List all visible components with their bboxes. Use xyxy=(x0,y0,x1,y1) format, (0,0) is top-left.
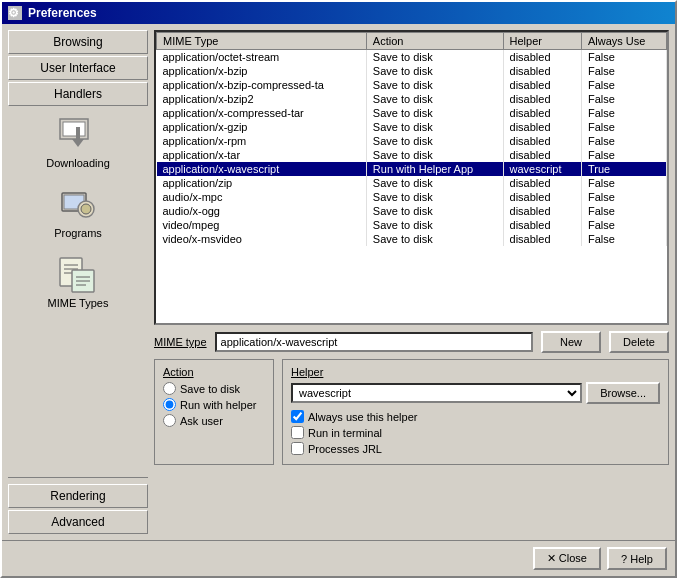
cell-always: False xyxy=(581,106,666,120)
processes-jrl-row: Processes JRL xyxy=(291,442,660,455)
cell-helper: disabled xyxy=(503,64,581,78)
cell-always: False xyxy=(581,204,666,218)
programs-icon xyxy=(54,185,102,225)
radio-save-to-disk-row: Save to disk xyxy=(163,382,265,395)
cell-helper: disabled xyxy=(503,78,581,92)
cell-always: False xyxy=(581,134,666,148)
sidebar-item-user-interface[interactable]: User Interface xyxy=(8,56,148,80)
helper-group-label: Helper xyxy=(291,366,660,378)
bottom-section: MIME type New Delete Action Save to disk xyxy=(154,331,669,465)
preferences-window: ⚙ Preferences Browsing User Interface Ha… xyxy=(0,0,677,578)
cell-action: Save to disk xyxy=(366,106,503,120)
cell-action: Save to disk xyxy=(366,78,503,92)
table-row[interactable]: application/x-bzip-compressed-taSave to … xyxy=(157,78,667,92)
footer: ✕ Close ? Help xyxy=(2,540,675,576)
mime-type-input[interactable] xyxy=(215,332,533,352)
helper-dropdown[interactable]: wavescript xyxy=(291,383,582,403)
table-row[interactable]: application/x-bzip2Save to diskdisabledF… xyxy=(157,92,667,106)
sidebar-item-advanced[interactable]: Advanced xyxy=(8,510,148,534)
cell-action: Save to disk xyxy=(366,134,503,148)
sidebar: Browsing User Interface Handlers Downloa… xyxy=(8,30,148,534)
cell-always: False xyxy=(581,148,666,162)
always-use-row: Always use this helper xyxy=(291,410,660,423)
cell-always: False xyxy=(581,176,666,190)
window-icon: ⚙ xyxy=(8,6,22,20)
always-use-checkbox[interactable] xyxy=(291,410,304,423)
cell-mime: video/x-msvideo xyxy=(157,232,367,246)
cell-action: Save to disk xyxy=(366,176,503,190)
mime-table-container[interactable]: MIME Type Action Helper Always Use appli… xyxy=(154,30,669,325)
cell-helper: disabled xyxy=(503,120,581,134)
table-row[interactable]: video/x-msvideoSave to diskdisabledFalse xyxy=(157,232,667,246)
col-always-use: Always Use xyxy=(581,33,666,50)
sidebar-item-handlers[interactable]: Handlers xyxy=(8,82,148,106)
new-button[interactable]: New xyxy=(541,331,601,353)
cell-mime: audio/x-ogg xyxy=(157,204,367,218)
helper-group: Helper wavescript Browse... Always use t… xyxy=(282,359,669,465)
cell-mime: application/zip xyxy=(157,176,367,190)
cell-action: Save to disk xyxy=(366,148,503,162)
title-bar: ⚙ Preferences xyxy=(2,2,675,24)
cell-mime: application/x-gzip xyxy=(157,120,367,134)
cell-action: Save to disk xyxy=(366,218,503,232)
table-row[interactable]: audio/x-oggSave to diskdisabledFalse xyxy=(157,204,667,218)
help-button[interactable]: ? Help xyxy=(607,547,667,570)
sidebar-item-mime-types[interactable]: MIME Types xyxy=(8,248,148,316)
cell-action: Save to disk xyxy=(366,92,503,106)
sidebar-item-downloading[interactable]: Downloading xyxy=(8,108,148,176)
table-row[interactable]: application/x-compressed-tarSave to disk… xyxy=(157,106,667,120)
svg-rect-1 xyxy=(63,122,85,136)
table-row[interactable]: application/x-gzipSave to diskdisabledFa… xyxy=(157,120,667,134)
cell-helper: wavescript xyxy=(503,162,581,176)
delete-button[interactable]: Delete xyxy=(609,331,669,353)
sidebar-item-programs[interactable]: Programs xyxy=(8,178,148,246)
cell-always: False xyxy=(581,92,666,106)
mime-type-label: MIME type xyxy=(154,336,207,348)
sidebar-item-browsing[interactable]: Browsing xyxy=(8,30,148,54)
table-row[interactable]: application/x-tarSave to diskdisabledFal… xyxy=(157,148,667,162)
save-to-disk-label: Save to disk xyxy=(180,383,240,395)
run-in-terminal-label: Run in terminal xyxy=(308,427,382,439)
table-row[interactable]: application/zipSave to diskdisabledFalse xyxy=(157,176,667,190)
cell-helper: disabled xyxy=(503,190,581,204)
radio-save-to-disk[interactable] xyxy=(163,382,176,395)
processes-jrl-label: Processes JRL xyxy=(308,443,382,455)
cell-mime: application/x-wavescript xyxy=(157,162,367,176)
cell-helper: disabled xyxy=(503,176,581,190)
cell-always: False xyxy=(581,64,666,78)
cell-action: Save to disk xyxy=(366,232,503,246)
radio-ask-user[interactable] xyxy=(163,414,176,427)
processes-jrl-checkbox[interactable] xyxy=(291,442,304,455)
browse-button[interactable]: Browse... xyxy=(586,382,660,404)
run-with-helper-label: Run with helper xyxy=(180,399,256,411)
cell-helper: disabled xyxy=(503,106,581,120)
cell-mime: application/x-bzip2 xyxy=(157,92,367,106)
close-button[interactable]: ✕ Close xyxy=(533,547,601,570)
main-panel: MIME Type Action Helper Always Use appli… xyxy=(154,30,669,534)
cell-helper: disabled xyxy=(503,218,581,232)
cell-helper: disabled xyxy=(503,232,581,246)
svg-rect-3 xyxy=(76,127,80,141)
cell-mime: video/mpeg xyxy=(157,218,367,232)
table-row[interactable]: application/x-bzipSave to diskdisabledFa… xyxy=(157,64,667,78)
run-in-terminal-row: Run in terminal xyxy=(291,426,660,439)
cell-always: False xyxy=(581,50,666,65)
table-row[interactable]: application/x-wavescriptRun with Helper … xyxy=(157,162,667,176)
radio-run-with-helper[interactable] xyxy=(163,398,176,411)
cell-helper: disabled xyxy=(503,134,581,148)
cell-helper: disabled xyxy=(503,204,581,218)
sidebar-item-rendering[interactable]: Rendering xyxy=(8,484,148,508)
cell-action: Run with Helper App xyxy=(366,162,503,176)
table-row[interactable]: application/x-rpmSave to diskdisabledFal… xyxy=(157,134,667,148)
downloading-label: Downloading xyxy=(46,157,110,169)
cell-always: False xyxy=(581,218,666,232)
table-row[interactable]: video/mpegSave to diskdisabledFalse xyxy=(157,218,667,232)
table-row[interactable]: application/octet-streamSave to diskdisa… xyxy=(157,50,667,65)
run-in-terminal-checkbox[interactable] xyxy=(291,426,304,439)
table-row[interactable]: audio/x-mpcSave to diskdisabledFalse xyxy=(157,190,667,204)
mime-types-label: MIME Types xyxy=(48,297,109,309)
cell-helper: disabled xyxy=(503,92,581,106)
mime-types-icon xyxy=(54,255,102,295)
cell-action: Save to disk xyxy=(366,120,503,134)
ask-user-label: Ask user xyxy=(180,415,223,427)
